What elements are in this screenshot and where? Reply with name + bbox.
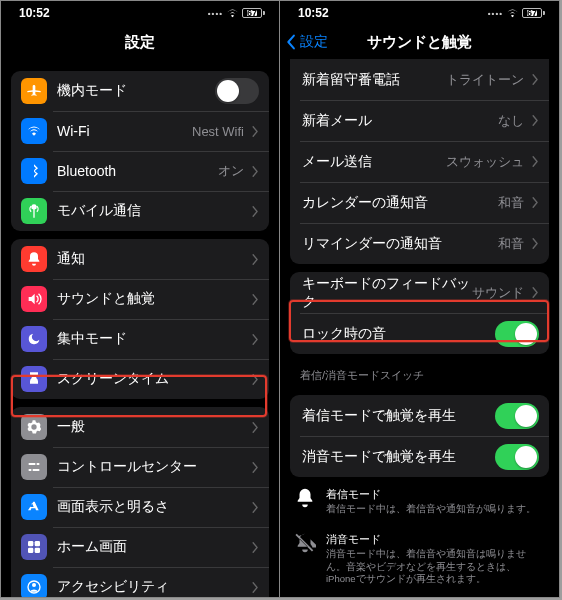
cell-label: 画面表示と明るさ [57,498,248,516]
settings-group: 機内モードWi-FiNest WifiBluetoothオンモバイル通信 [11,71,269,231]
chevron-right-icon [532,74,539,85]
cell-wifi[interactable]: Wi-FiNest Wifi [11,111,269,151]
settings-root-screen: 10:52 •••• 67 設定 機内モードWi-FiNest WifiBlue… [0,0,280,598]
chevron-right-icon [252,462,259,473]
cell-label: モバイル通信 [57,202,248,220]
cell-detail: なし [498,112,524,130]
cell-homescreen[interactable]: ホーム画面 [11,527,269,567]
settings-group: 一般コントロールセンター画面表示と明るさホーム画面アクセシビリティ壁紙Siriと… [11,407,269,597]
cell-accessibility[interactable]: アクセシビリティ [11,567,269,597]
grid-icon [21,534,47,560]
sounds-group: 着信モードで触覚を再生消音モードで触覚を再生 [290,395,549,477]
cell-focus[interactable]: 集中モード [11,319,269,359]
cell-bluetooth[interactable]: Bluetoothオン [11,151,269,191]
info-row: 着信モード着信モード中は、着信音や通知音が鳴ります。 [280,477,559,522]
wifi-icon [226,9,239,18]
airplane-switch[interactable] [215,78,259,104]
settings-group: 通知サウンドと触覚集中モードスクリーンタイム [11,239,269,399]
settings-list[interactable]: 機内モードWi-FiNest WifiBluetoothオンモバイル通信通知サウ… [1,59,279,597]
cell-cellular[interactable]: モバイル通信 [11,191,269,231]
svg-rect-2 [28,548,33,553]
cell-detail: サウンド [472,284,524,302]
chevron-right-icon [532,115,539,126]
info-title: 着信モード [326,487,545,502]
chevron-right-icon [252,294,259,305]
toggle-switch[interactable] [495,321,539,347]
sounds-haptics-screen: 10:52 •••• 67 設定 サウンドと触覚 新着留守番電話トライトーン新着… [280,0,560,598]
cell-label: 集中モード [57,330,248,348]
wifi-icon [21,118,47,144]
cell-ロック時の音[interactable]: ロック時の音 [290,313,549,354]
cell-label: リマインダーの通知音 [302,235,498,253]
cell-label: 着信モードで触覚を再生 [302,407,495,425]
chevron-right-icon [532,197,539,208]
cell-notifications[interactable]: 通知 [11,239,269,279]
chevron-right-icon [252,422,259,433]
status-bar: 10:52 •••• 67 [280,1,559,25]
cell-detail: スウォッシュ [446,153,524,171]
cell-label: スクリーンタイム [57,370,248,388]
chevron-right-icon [252,374,259,385]
cell-controlcenter[interactable]: コントロールセンター [11,447,269,487]
toggle-switch[interactable] [495,444,539,470]
cell-airplane[interactable]: 機内モード [11,71,269,111]
cell-label: サウンドと触覚 [57,290,248,308]
cell-label: キーボードのフィードバック [302,275,472,311]
cell-メール送信[interactable]: メール送信スウォッシュ [290,141,549,182]
chevron-left-icon [286,34,297,50]
navbar: 設定 [1,25,279,59]
gear-icon [21,414,47,440]
bluetooth-icon [21,158,47,184]
cell-label: 新着メール [302,112,498,130]
cell-label: Wi-Fi [57,123,192,139]
textsize-icon [21,494,47,520]
cell-label: 一般 [57,418,248,436]
moon-icon [21,326,47,352]
cell-sounds[interactable]: サウンドと触覚 [11,279,269,319]
cellular-dots-icon: •••• [208,9,223,18]
page-title: 設定 [1,33,279,52]
section-header: 着信/消音モードスイッチ [280,354,559,387]
cell-display[interactable]: 画面表示と明るさ [11,487,269,527]
cell-detail: 和音 [498,194,524,212]
cell-detail: オン [218,162,244,180]
chevron-right-icon [532,238,539,249]
info-row: 消音モード消音モード中は、着信音や通知音は鳴りません。音楽やビデオなどを再生する… [280,522,559,592]
svg-rect-0 [28,541,33,546]
cell-新着留守番電話[interactable]: 新着留守番電話トライトーン [290,59,549,100]
bell-icon [21,246,47,272]
cell-リマインダーの通知音[interactable]: リマインダーの通知音和音 [290,223,549,264]
back-label: 設定 [300,33,328,51]
cell-カレンダーの通知音[interactable]: カレンダーの通知音和音 [290,182,549,223]
speaker-icon [21,286,47,312]
cell-label: カレンダーの通知音 [302,194,498,212]
cell-新着メール[interactable]: 新着メールなし [290,100,549,141]
airplane-icon [21,78,47,104]
toggle-switch[interactable] [495,403,539,429]
cell-general[interactable]: 一般 [11,407,269,447]
sounds-list[interactable]: 新着留守番電話トライトーン新着メールなしメール送信スウォッシュカレンダーの通知音… [280,59,559,597]
cell-label: 機内モード [57,82,215,100]
cell-消音モードで触覚を再生[interactable]: 消音モードで触覚を再生 [290,436,549,477]
back-button[interactable]: 設定 [280,33,328,51]
antenna-icon [21,198,47,224]
cell-着信モードで触覚を再生[interactable]: 着信モードで触覚を再生 [290,395,549,436]
chevron-right-icon [252,126,259,137]
chevron-right-icon [252,254,259,265]
cell-detail: 和音 [498,235,524,253]
cell-label: メール送信 [302,153,446,171]
cell-screentime[interactable]: スクリーンタイム [11,359,269,399]
battery-icon: 67 [242,8,265,18]
status-time: 10:52 [298,6,329,20]
sounds-group: キーボードのフィードバックサウンドロック時の音 [290,272,549,354]
battery-icon: 67 [522,8,545,18]
person-icon [21,574,47,597]
cell-label: アクセシビリティ [57,578,248,596]
chevron-right-icon [252,166,259,177]
hourglass-icon [21,366,47,392]
sliders-icon [21,454,47,480]
navbar: 設定 サウンドと触覚 [280,25,559,59]
cell-detail: トライトーン [446,71,524,89]
cellular-dots-icon: •••• [488,9,503,18]
cell-キーボードのフィードバック[interactable]: キーボードのフィードバックサウンド [290,272,549,313]
